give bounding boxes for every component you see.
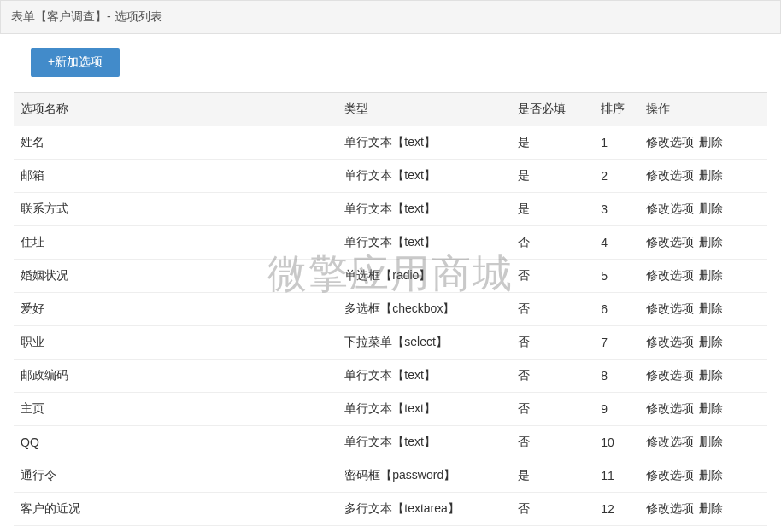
- edit-option-link[interactable]: 修改选项: [646, 301, 694, 315]
- cell-sort: 13: [594, 526, 639, 533]
- edit-option-link[interactable]: 修改选项: [646, 168, 694, 182]
- cell-name: 姓名: [14, 126, 338, 160]
- delete-option-link[interactable]: 删除: [699, 235, 723, 248]
- cell-required: 否: [511, 526, 594, 533]
- cell-actions: 修改选项删除: [639, 393, 767, 426]
- table-row: 安全标识隐藏域【hidden】否13修改选项删除: [14, 526, 767, 533]
- cell-sort: 3: [594, 193, 639, 226]
- header-sort: 排序: [594, 93, 639, 126]
- table-row: 爱好多选框【checkbox】否6修改选项删除: [14, 293, 767, 326]
- delete-option-link[interactable]: 删除: [699, 468, 723, 482]
- cell-type: 多行文本【textarea】: [338, 493, 511, 526]
- cell-type: 单行文本【text】: [338, 393, 511, 426]
- cell-sort: 11: [594, 459, 639, 493]
- delete-option-link[interactable]: 删除: [699, 435, 723, 448]
- cell-name: 爱好: [14, 293, 338, 326]
- delete-option-link[interactable]: 删除: [699, 301, 723, 315]
- cell-type: 单行文本【text】: [338, 426, 511, 459]
- cell-required: 否: [511, 326, 594, 360]
- cell-sort: 6: [594, 293, 639, 326]
- cell-name: 客户的近况: [14, 493, 338, 526]
- cell-required: 否: [511, 226, 594, 260]
- table-row: 主页单行文本【text】否9修改选项删除: [14, 393, 767, 426]
- delete-option-link[interactable]: 删除: [699, 335, 723, 348]
- cell-required: 是: [511, 160, 594, 193]
- cell-actions: 修改选项删除: [639, 360, 767, 393]
- delete-option-link[interactable]: 删除: [699, 268, 723, 282]
- cell-actions: 修改选项删除: [639, 426, 767, 459]
- edit-option-link[interactable]: 修改选项: [646, 368, 694, 382]
- cell-name: 安全标识: [14, 526, 338, 533]
- cell-type: 单行文本【text】: [338, 160, 511, 193]
- table-row: QQ单行文本【text】否10修改选项删除: [14, 426, 767, 459]
- add-option-button[interactable]: +新加选项: [31, 48, 120, 77]
- cell-type: 单行文本【text】: [338, 193, 511, 226]
- table-row: 客户的近况多行文本【textarea】否12修改选项删除: [14, 493, 767, 526]
- table-row: 职业下拉菜单【select】否7修改选项删除: [14, 326, 767, 360]
- cell-name: 住址: [14, 226, 338, 260]
- edit-option-link[interactable]: 修改选项: [646, 501, 694, 515]
- cell-actions: 修改选项删除: [639, 226, 767, 260]
- cell-name: 职业: [14, 326, 338, 360]
- cell-required: 是: [511, 459, 594, 493]
- page-header: 表单【客户调查】- 选项列表: [0, 0, 781, 34]
- cell-required: 否: [511, 260, 594, 293]
- table-header-row: 选项名称 类型 是否必填 排序 操作: [14, 93, 767, 126]
- cell-type: 隐藏域【hidden】: [338, 526, 511, 533]
- cell-sort: 2: [594, 160, 639, 193]
- delete-option-link[interactable]: 删除: [699, 501, 723, 515]
- edit-option-link[interactable]: 修改选项: [646, 435, 694, 448]
- table-row: 联系方式单行文本【text】是3修改选项删除: [14, 193, 767, 226]
- cell-required: 否: [511, 426, 594, 459]
- cell-type: 单行文本【text】: [338, 226, 511, 260]
- edit-option-link[interactable]: 修改选项: [646, 468, 694, 482]
- delete-option-link[interactable]: 删除: [699, 135, 723, 149]
- cell-type: 单行文本【text】: [338, 126, 511, 160]
- cell-actions: 修改选项删除: [639, 293, 767, 326]
- table-row: 姓名单行文本【text】是1修改选项删除: [14, 126, 767, 160]
- edit-option-link[interactable]: 修改选项: [646, 235, 694, 248]
- cell-actions: 修改选项删除: [639, 260, 767, 293]
- cell-sort: 12: [594, 493, 639, 526]
- cell-name: QQ: [14, 426, 338, 459]
- edit-option-link[interactable]: 修改选项: [646, 135, 694, 149]
- cell-sort: 10: [594, 426, 639, 459]
- delete-option-link[interactable]: 删除: [699, 168, 723, 182]
- edit-option-link[interactable]: 修改选项: [646, 401, 694, 415]
- cell-sort: 1: [594, 126, 639, 160]
- cell-actions: 修改选项删除: [639, 459, 767, 493]
- edit-option-link[interactable]: 修改选项: [646, 202, 694, 215]
- delete-option-link[interactable]: 删除: [699, 202, 723, 215]
- table-row: 邮政编码单行文本【text】否8修改选项删除: [14, 360, 767, 393]
- page-title: 表单【客户调查】- 选项列表: [11, 9, 162, 23]
- header-type: 类型: [338, 93, 511, 126]
- table-row: 住址单行文本【text】否4修改选项删除: [14, 226, 767, 260]
- cell-actions: 修改选项删除: [639, 526, 767, 533]
- cell-actions: 修改选项删除: [639, 160, 767, 193]
- cell-sort: 8: [594, 360, 639, 393]
- cell-sort: 9: [594, 393, 639, 426]
- delete-option-link[interactable]: 删除: [699, 401, 723, 415]
- table-row: 邮箱单行文本【text】是2修改选项删除: [14, 160, 767, 193]
- options-table: 选项名称 类型 是否必填 排序 操作 姓名单行文本【text】是1修改选项删除邮…: [14, 92, 767, 532]
- table-row: 通行令密码框【password】是11修改选项删除: [14, 459, 767, 493]
- cell-required: 否: [511, 393, 594, 426]
- cell-required: 否: [511, 293, 594, 326]
- cell-actions: 修改选项删除: [639, 193, 767, 226]
- cell-actions: 修改选项删除: [639, 326, 767, 360]
- cell-required: 否: [511, 493, 594, 526]
- cell-type: 多选框【checkbox】: [338, 293, 511, 326]
- table-row: 婚姻状况单选框【radio】否5修改选项删除: [14, 260, 767, 293]
- edit-option-link[interactable]: 修改选项: [646, 335, 694, 348]
- cell-name: 婚姻状况: [14, 260, 338, 293]
- header-required: 是否必填: [511, 93, 594, 126]
- cell-required: 是: [511, 193, 594, 226]
- cell-sort: 7: [594, 326, 639, 360]
- delete-option-link[interactable]: 删除: [699, 368, 723, 382]
- cell-actions: 修改选项删除: [639, 493, 767, 526]
- header-name: 选项名称: [14, 93, 338, 126]
- cell-sort: 5: [594, 260, 639, 293]
- cell-type: 单行文本【text】: [338, 360, 511, 393]
- edit-option-link[interactable]: 修改选项: [646, 268, 694, 282]
- cell-required: 否: [511, 360, 594, 393]
